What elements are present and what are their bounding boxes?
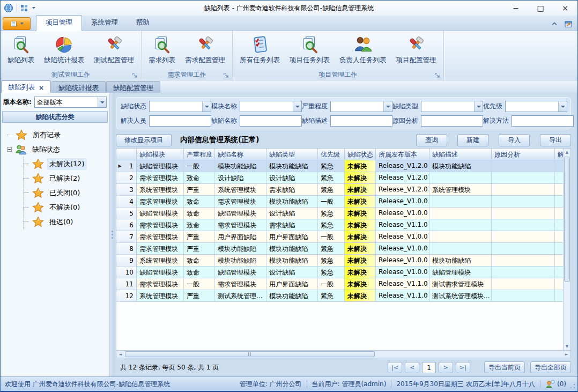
cell[interactable]: [555, 172, 563, 184]
vertical-scroll-thumb[interactable]: [564, 157, 570, 282]
app-menu-button[interactable]: [3, 17, 31, 30]
new-button[interactable]: 新建: [457, 134, 488, 146]
maximize-button[interactable]: □: [528, 1, 553, 16]
cell[interactable]: 一般: [184, 160, 215, 172]
chevron-down-icon[interactable]: [558, 101, 567, 112]
table-row[interactable]: ▶1缺陷管理模块一般模块功能缺陷模块功能缺陷紧急未解决Release_V1.2.…: [116, 160, 563, 172]
cell[interactable]: 系统管理模块: [137, 184, 184, 196]
filter-cause-analysis-input[interactable]: [421, 115, 483, 127]
table-row[interactable]: 5缺陷管理模块致命缺陷管理模块设计缺陷紧急未解决Release_V1.0.0: [116, 208, 563, 219]
row-header[interactable]: 8: [116, 243, 137, 255]
chevron-down-icon[interactable]: [474, 101, 483, 112]
cell[interactable]: 一般: [318, 231, 345, 243]
cell[interactable]: [555, 255, 563, 267]
cell[interactable]: 致命: [184, 208, 215, 219]
cell[interactable]: 模块功能缺陷: [266, 290, 318, 302]
column-header[interactable]: 缺陷名称: [215, 149, 266, 160]
cell[interactable]: 紧急: [318, 290, 345, 302]
cell[interactable]: 需求管理模块: [215, 196, 266, 208]
column-header[interactable]: 缺陷描述: [429, 149, 492, 160]
row-header[interactable]: 4: [116, 196, 137, 208]
cell[interactable]: 需求管理模块: [137, 278, 184, 290]
cell[interactable]: 模块功能缺陷: [429, 160, 492, 172]
cell[interactable]: [429, 208, 492, 219]
tree-item-defect-status-node[interactable]: 缺陷状态: [7, 142, 108, 157]
row-header[interactable]: ▶1: [116, 160, 137, 172]
cell[interactable]: [492, 267, 555, 278]
cell[interactable]: 设计缺陷: [266, 208, 318, 219]
column-header[interactable]: 所属发布版本: [376, 149, 429, 160]
defect-list-button[interactable]: 缺陷列表: [3, 33, 39, 66]
cell[interactable]: 紧急: [318, 267, 345, 278]
cell[interactable]: 未解决: [345, 255, 376, 267]
cell[interactable]: 用户界面缺陷: [266, 231, 318, 243]
cell[interactable]: [492, 219, 555, 231]
tree-item-all-records[interactable]: 所有记录: [7, 128, 108, 142]
row-header[interactable]: 5: [116, 208, 137, 219]
cell[interactable]: 紧急: [318, 243, 345, 255]
chevron-down-icon[interactable]: [202, 101, 211, 112]
column-header[interactable]: 缺陷类型: [266, 149, 318, 160]
cell[interactable]: [492, 160, 555, 172]
cell[interactable]: 致命: [184, 172, 215, 184]
cell[interactable]: 一般: [184, 278, 215, 290]
cell[interactable]: 未解决: [345, 243, 376, 255]
vertical-scrollbar[interactable]: ▲ ▼: [563, 149, 570, 350]
cell[interactable]: [555, 208, 563, 219]
cell[interactable]: 一般: [318, 196, 345, 208]
horizontal-scroll-thumb[interactable]: [125, 351, 375, 357]
table-row[interactable]: 3系统管理模块严重系统管理模块需求缺陷紧急未解决Release_V1.2.0系统…: [116, 184, 563, 196]
row-header[interactable]: 2: [116, 172, 137, 184]
req-list-button[interactable]: 需求列表: [144, 33, 180, 66]
cell[interactable]: 未解决: [345, 278, 376, 290]
owner-tasks-button[interactable]: 负责人任务列表: [335, 33, 391, 66]
cell[interactable]: [555, 184, 563, 196]
req-config-button[interactable]: 需求配置管理: [180, 33, 230, 66]
column-header[interactable]: 解决方法: [555, 149, 563, 160]
cell[interactable]: [492, 172, 555, 184]
cell[interactable]: Release_V1.1.0: [376, 290, 429, 302]
cell[interactable]: 未解决: [345, 172, 376, 184]
cell[interactable]: 严重: [184, 290, 215, 302]
cell[interactable]: 紧急: [318, 208, 345, 219]
cell[interactable]: Release_V1.2.0: [376, 172, 429, 184]
column-header[interactable]: 原因分析: [492, 149, 555, 160]
row-header[interactable]: 6: [116, 219, 137, 231]
cell[interactable]: Release_V1.0.0: [376, 243, 429, 255]
table-row[interactable]: 6需求管理模块致命需求管理模块需求缺陷紧急未解决Release_V1.1.0: [116, 219, 563, 231]
cell[interactable]: Release_V1.1.0: [376, 219, 429, 231]
doc-tab-defect-list[interactable]: 缺陷列表×: [1, 80, 51, 93]
table-row[interactable]: 10缺陷管理模块致命缺陷管理模块设计缺陷紧急未解决Release_V1.0.0缺…: [116, 267, 563, 278]
cell[interactable]: 致命: [184, 267, 215, 278]
cell[interactable]: [492, 184, 555, 196]
table-row[interactable]: 2需求管理模块致命设计缺陷设计缺陷紧急未解决Release_V1.2.0: [116, 172, 563, 184]
cell[interactable]: 模块功能缺陷: [266, 243, 318, 255]
cell[interactable]: 紧急: [318, 219, 345, 231]
cell[interactable]: 需求管理模块: [137, 196, 184, 208]
row-header[interactable]: 3: [116, 184, 137, 196]
table-row[interactable]: 12系统管理模块严重测试系统管理...模块功能缺陷紧急未解决Release_V1…: [116, 290, 563, 302]
filter-defect-name-input[interactable]: [240, 115, 302, 127]
cell[interactable]: 模块功能缺陷: [429, 255, 492, 267]
export-button[interactable]: 导出: [540, 134, 571, 146]
row-header[interactable]: 11: [116, 278, 137, 290]
query-button[interactable]: 查询: [416, 134, 447, 146]
ribbon-collapse-chevron-icon[interactable]: [549, 19, 560, 28]
cell[interactable]: 一般: [318, 278, 345, 290]
cell[interactable]: 模块功能缺陷: [266, 160, 318, 172]
close-tab-icon[interactable]: ×: [39, 84, 44, 92]
cell[interactable]: 用户界面缺陷: [215, 231, 266, 243]
cell[interactable]: 模块功能缺陷: [215, 160, 266, 172]
cell[interactable]: [555, 231, 563, 243]
cell[interactable]: 需求管理模块: [215, 219, 266, 231]
cell[interactable]: 设计缺陷: [266, 172, 318, 184]
export-current-page-button[interactable]: 导出当前页: [484, 361, 525, 373]
quick-access-caret-icon[interactable]: [32, 7, 35, 9]
cell[interactable]: 需求管理模块: [137, 219, 184, 231]
cell[interactable]: 缺陷管理模块: [215, 208, 266, 219]
cell[interactable]: Release_V1.0.0: [376, 231, 429, 243]
chevron-down-icon[interactable]: [383, 101, 392, 112]
column-header[interactable]: 严重程度: [184, 149, 215, 160]
cell[interactable]: 模块功能缺陷: [266, 255, 318, 267]
cell[interactable]: [492, 290, 555, 302]
